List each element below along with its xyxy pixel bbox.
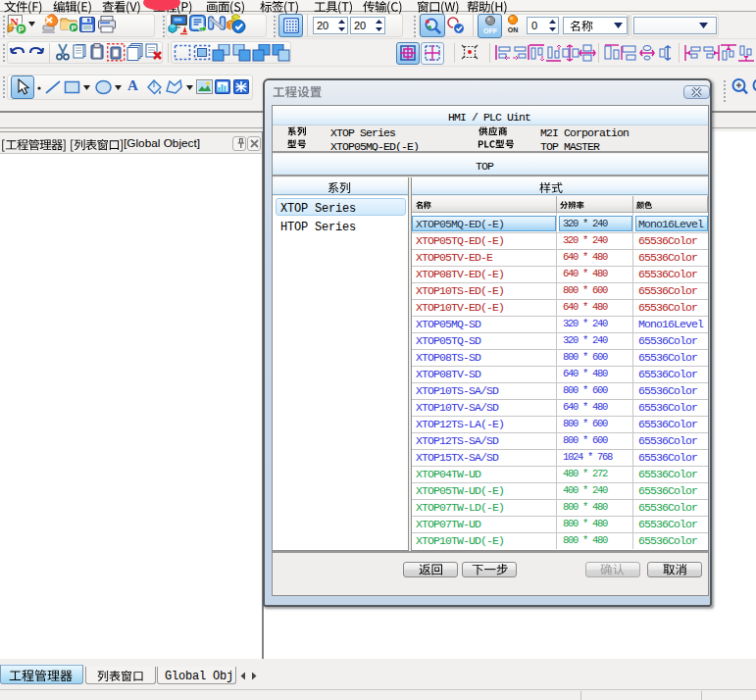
- svg-text:P: P: [19, 25, 25, 34]
- svg-text:P: P: [71, 24, 76, 32]
